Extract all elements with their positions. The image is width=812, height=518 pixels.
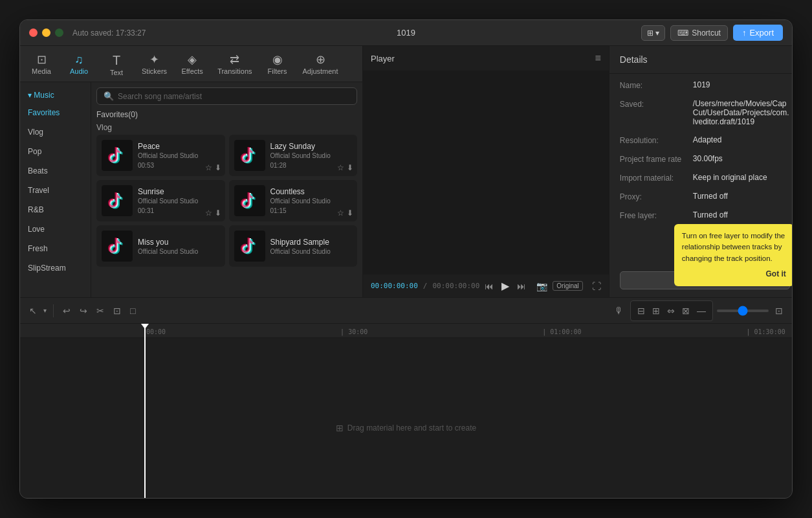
detail-row-framerate: Project frame rate 30.00fps (620, 154, 790, 164)
fit-button[interactable]: ⊡ (773, 303, 785, 319)
song-card-6[interactable]: Shipyard Sample Official Sound Studio (229, 225, 358, 267)
timeline-content: 00:00 | 30:00 | 01:00:00 | 01:30:00 ⊞ Dr… (20, 324, 792, 498)
song-card-3[interactable]: Sunrise Official Sound Studio 00:31 ☆ ⬇ (96, 180, 225, 221)
song-card-5[interactable]: Miss you Official Sound Studio (96, 225, 225, 267)
shortcut-button[interactable]: ⌨ Shortcut (670, 25, 728, 41)
detail-label-proxy: Proxy: (620, 192, 688, 201)
sidebar-item-vlog[interactable]: Vlog (20, 122, 91, 142)
media-icon: ⊡ (37, 54, 47, 65)
zoom-slider[interactable] (717, 310, 769, 312)
delete-button[interactable]: ⊡ (111, 303, 124, 319)
toolbar-item-stickers[interactable]: ✦ Stickers (135, 51, 173, 79)
select-tool-dropdown[interactable]: ▾ (43, 307, 47, 314)
toolbar-item-effects[interactable]: ◈ Effects (173, 51, 211, 79)
export-button[interactable]: ↑ Export (733, 25, 783, 41)
detail-label-framerate: Project frame rate (620, 154, 688, 164)
song-list-area: 🔍 Favorites(0) Vlog (91, 82, 362, 297)
tooltip-text: Turn on free layer to modify the relatio… (682, 232, 785, 262)
minimize-button[interactable] (42, 28, 50, 37)
player-menu-button[interactable]: ≡ (595, 52, 600, 64)
star-icon-3[interactable]: ☆ (205, 208, 212, 218)
split-button[interactable]: ✂ (94, 303, 107, 319)
toolbar-item-adjustment[interactable]: ⊕ Adjustment (296, 51, 345, 79)
select-tool-button[interactable]: ↖ (27, 303, 39, 319)
sidebar-item-beats[interactable]: Beats (20, 161, 91, 181)
song-artist-1: Official Sound Studio (138, 152, 220, 159)
toolbar-item-media[interactable]: ⊡ Media (23, 51, 60, 79)
toolbar-item-audio[interactable]: ♫ Audio (60, 51, 98, 79)
song-card-4[interactable]: Countless Official Sound Studio 01:15 ☆ … (229, 180, 358, 221)
fullscreen-button[interactable]: ⛶ (592, 281, 601, 291)
download-icon-1[interactable]: ⬇ (215, 163, 221, 172)
add-button[interactable]: □ (127, 303, 138, 319)
star-icon-4[interactable]: ☆ (337, 208, 344, 218)
main-area: ⊡ Media ♫ Audio T Text ✦ Stickers ◈ Ef (20, 46, 792, 297)
star-icon-1[interactable]: ☆ (205, 163, 212, 172)
detail-value-name: 1019 (693, 80, 790, 89)
link-button[interactable]: ⇔ (664, 303, 677, 319)
effects-icon: ◈ (188, 54, 197, 65)
timecode-divider: / (423, 282, 428, 290)
camera-button[interactable]: 📷 (536, 281, 547, 291)
sidebar-item-pop[interactable]: Pop (20, 142, 91, 161)
download-icon-3[interactable]: ⬇ (215, 208, 221, 218)
song-card-2[interactable]: Lazy Sunday Official Sound Studio 01:28 … (229, 135, 358, 176)
maximize-button[interactable] (55, 28, 63, 37)
song-actions-2: ☆ ⬇ (337, 163, 353, 172)
undo-button[interactable]: ↩ (60, 303, 73, 319)
toolbar-item-filters[interactable]: ◉ Filters (259, 51, 296, 79)
mic-button[interactable]: 🎙 (612, 303, 626, 319)
audio-icon: ♫ (74, 54, 83, 65)
song-thumb-6 (234, 231, 265, 262)
details-title: Details (620, 54, 648, 65)
song-thumb-2 (234, 140, 265, 171)
play-button[interactable]: ▶ (501, 280, 509, 292)
layout-button[interactable]: ⊞ ▾ (641, 25, 665, 41)
lock-button[interactable]: ⊠ (679, 303, 692, 319)
stickers-icon: ✦ (149, 54, 159, 65)
snap-button[interactable]: ⊟ (635, 303, 648, 319)
step-back-button[interactable]: ⏮ (485, 281, 494, 291)
sidebar-music-label: ▾ Music (28, 91, 54, 100)
sidebar-item-slipstream[interactable]: SlipStream (20, 258, 91, 278)
drag-hint: ⊞ Drag material here and start to create (336, 423, 476, 433)
player-title: Player (371, 54, 395, 63)
app-window: Auto saved: 17:33:27 1019 ⊞ ▾ ⌨ Shortcut… (19, 19, 793, 499)
download-icon-4[interactable]: ⬇ (347, 208, 353, 218)
detail-label-resolution: Resolution: (620, 135, 688, 145)
volume-button[interactable]: — (694, 303, 708, 319)
song-actions-3: ☆ ⬇ (205, 208, 221, 218)
download-icon-2[interactable]: ⬇ (347, 163, 353, 172)
search-input[interactable] (118, 92, 350, 101)
sidebar-item-love[interactable]: Love (20, 220, 91, 239)
sidebar-item-fresh[interactable]: Fresh (20, 239, 91, 258)
song-card-1[interactable]: Peace Official Sound Studio 00:53 ☆ ⬇ (96, 135, 225, 176)
sidebar-item-rnb[interactable]: R&B (20, 200, 91, 220)
close-button[interactable] (29, 28, 38, 37)
redo-button[interactable]: ↪ (77, 303, 90, 319)
sidebar-item-travel[interactable]: Travel (20, 181, 91, 200)
detail-value-resolution: Adapted (693, 135, 790, 144)
song-actions-4: ☆ ⬇ (337, 208, 353, 218)
star-icon-2[interactable]: ☆ (337, 163, 344, 172)
song-info-6: Shipyard Sample Official Sound Studio (270, 238, 353, 255)
toolbar-item-transitions[interactable]: ⇄ Transitions (211, 51, 258, 79)
search-icon: 🔍 (104, 91, 114, 101)
details-header: Details (609, 46, 792, 74)
tooltip-got-it-button[interactable]: Got it (682, 268, 786, 280)
toolbar-item-text[interactable]: T Text (98, 51, 135, 79)
playhead[interactable] (144, 324, 146, 498)
search-bar[interactable]: 🔍 (96, 87, 357, 105)
toolbar-label-adjustment: Adjustment (303, 67, 338, 75)
timeline-area: ↖ ▾ ↩ ↪ ✂ ⊡ □ 🎙 ⊟ ⊞ ⇔ ⊠ — ⊡ (20, 297, 792, 498)
ruler-mark-90: | 01:30:00 (746, 328, 785, 335)
detail-value-import: Keep in original place (693, 173, 790, 182)
step-forward-button[interactable]: ⏭ (517, 281, 526, 291)
song-grid: Peace Official Sound Studio 00:53 ☆ ⬇ (96, 135, 357, 267)
detail-row-name: Name: 1019 (620, 80, 790, 90)
detail-row-import: Import material: Keep in original place (620, 173, 790, 183)
magnet-button[interactable]: ⊞ (650, 303, 663, 319)
sidebar-item-favorites[interactable]: Favorites (20, 103, 91, 122)
sidebar-music-header[interactable]: ▾ Music (20, 87, 91, 103)
detail-value-freelayer: Turned off (693, 210, 790, 220)
